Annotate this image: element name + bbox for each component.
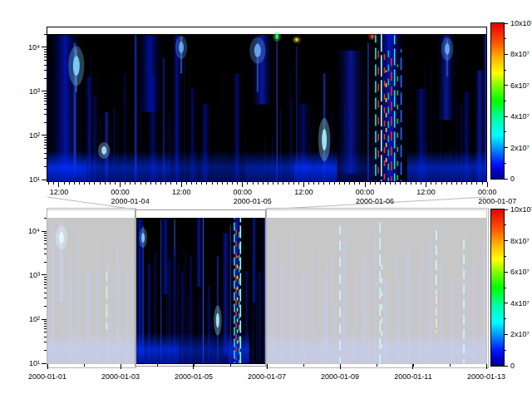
colorbar-major-tick bbox=[504, 209, 508, 210]
detail-panel bbox=[47, 27, 487, 182]
y-tick-label: 10² bbox=[29, 131, 40, 140]
x-tick-label: 12:00 bbox=[294, 188, 313, 196]
x-minor-tick bbox=[47, 364, 48, 367]
x-minor-tick bbox=[370, 182, 371, 185]
x-minor-tick bbox=[385, 182, 386, 185]
x-minor-tick bbox=[74, 182, 75, 185]
x-minor-tick bbox=[94, 182, 95, 185]
x-minor-tick bbox=[451, 182, 452, 185]
x-minor-tick bbox=[406, 182, 406, 185]
x-minor-tick bbox=[354, 182, 355, 185]
x-minor-tick bbox=[334, 182, 335, 185]
x-minor-tick bbox=[416, 182, 416, 185]
zoom-selection-rect[interactable] bbox=[135, 209, 266, 367]
x-minor-tick bbox=[135, 182, 135, 185]
x-tick-label: 12:00 bbox=[416, 188, 436, 196]
x-minor-tick bbox=[130, 182, 131, 185]
x-minor-tick bbox=[446, 182, 447, 185]
colorbar-tick-label: 0 bbox=[510, 175, 515, 183]
x-major-tick bbox=[487, 182, 488, 187]
x-minor-tick bbox=[110, 182, 111, 185]
x-minor-tick bbox=[247, 182, 248, 185]
colorbar-minor-tick bbox=[504, 101, 506, 101]
x-minor-tick bbox=[323, 182, 324, 185]
detail-colorbar bbox=[490, 22, 505, 180]
x-minor-tick bbox=[267, 364, 268, 367]
x-minor-tick bbox=[273, 182, 273, 185]
y-minor-tick bbox=[44, 122, 47, 123]
y-minor-tick bbox=[44, 104, 47, 105]
x-date-label: 2000-01-04 bbox=[111, 197, 150, 205]
y-minor-tick bbox=[44, 101, 47, 101]
y-minor-tick bbox=[44, 145, 47, 145]
detail-spectrogram[interactable] bbox=[47, 27, 486, 181]
y-minor-tick bbox=[44, 235, 47, 236]
x-minor-tick bbox=[194, 364, 195, 367]
y-minor-tick bbox=[44, 262, 47, 263]
x-minor-tick bbox=[349, 182, 350, 185]
y-minor-tick bbox=[44, 98, 47, 99]
x-tick-label: 00:00 bbox=[111, 188, 130, 196]
colorbar-tick-label: 4x10⁷ bbox=[510, 112, 530, 121]
colorbar-minor-tick bbox=[504, 224, 506, 225]
y-minor-tick bbox=[44, 57, 47, 57]
x-minor-tick bbox=[253, 182, 254, 185]
x-minor-tick bbox=[339, 182, 340, 185]
y-major-tick bbox=[42, 319, 47, 320]
colorbar-major-tick bbox=[504, 303, 508, 303]
y-minor-tick bbox=[44, 34, 47, 35]
colorbar-major-tick bbox=[504, 23, 508, 24]
x-tick-label: 2000-01-03 bbox=[101, 372, 140, 381]
colorbar-minor-tick bbox=[504, 70, 506, 71]
colorbar-major-tick bbox=[504, 272, 508, 273]
x-minor-tick bbox=[303, 182, 304, 185]
x-minor-tick bbox=[450, 364, 451, 367]
y-minor-tick bbox=[44, 158, 47, 159]
x-minor-tick bbox=[217, 182, 218, 185]
y-minor-tick bbox=[44, 323, 47, 324]
x-minor-tick bbox=[380, 182, 381, 185]
x-minor-tick bbox=[359, 182, 360, 185]
x-minor-tick bbox=[201, 182, 202, 185]
x-minor-tick bbox=[278, 182, 278, 185]
y-tick-label: 10³ bbox=[29, 271, 40, 279]
y-minor-tick bbox=[44, 153, 47, 154]
colorbar-tick-label: 0 bbox=[510, 362, 515, 370]
y-minor-tick bbox=[44, 166, 47, 167]
x-minor-tick bbox=[212, 182, 213, 185]
x-minor-tick bbox=[242, 182, 243, 185]
y-minor-tick bbox=[44, 140, 47, 140]
x-minor-tick bbox=[395, 182, 396, 185]
x-minor-tick bbox=[344, 182, 345, 185]
y-major-tick bbox=[42, 363, 47, 364]
x-minor-tick bbox=[268, 182, 268, 185]
x-minor-tick bbox=[206, 182, 207, 185]
x-minor-tick bbox=[69, 182, 70, 185]
x-minor-tick bbox=[170, 182, 171, 185]
x-tick-label: 2000-01-09 bbox=[321, 372, 359, 381]
colorbar-minor-tick bbox=[504, 131, 506, 132]
x-minor-tick bbox=[48, 182, 49, 185]
y-minor-tick bbox=[44, 350, 47, 351]
x-minor-tick bbox=[58, 182, 59, 185]
x-minor-tick bbox=[329, 182, 330, 185]
y-minor-tick bbox=[44, 93, 47, 94]
x-date-label: 2000-01-05 bbox=[234, 197, 272, 205]
context-dim-overlay-right bbox=[266, 208, 489, 368]
x-minor-tick bbox=[222, 182, 223, 185]
x-minor-tick bbox=[308, 182, 309, 185]
x-minor-tick bbox=[283, 182, 283, 185]
y-minor-tick bbox=[44, 65, 47, 66]
y-minor-tick bbox=[44, 342, 47, 342]
y-minor-tick bbox=[44, 298, 47, 298]
y-minor-tick bbox=[44, 293, 47, 293]
x-minor-tick bbox=[298, 182, 299, 185]
x-minor-tick bbox=[456, 182, 457, 185]
colorbar-major-tick bbox=[504, 116, 508, 117]
y-tick-label: 10⁴ bbox=[28, 227, 40, 235]
context-colorbar bbox=[490, 209, 505, 367]
x-date-label: 2000-01-07 bbox=[478, 197, 516, 205]
x-minor-tick bbox=[237, 182, 238, 185]
x-tick-label: 2000-01-01 bbox=[28, 372, 66, 381]
y-minor-tick bbox=[44, 142, 47, 143]
